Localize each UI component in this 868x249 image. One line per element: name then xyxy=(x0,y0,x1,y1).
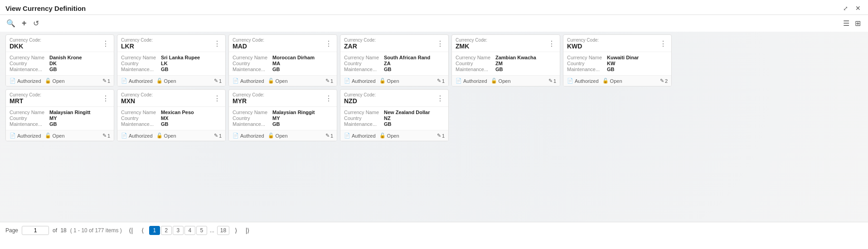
lock-open-icon: 🔓 xyxy=(379,133,386,139)
card-zmk-menu-button[interactable]: ⋮ xyxy=(547,40,556,48)
card-mxn: Currency Code: MXN ⋮ Currency Name Mexic… xyxy=(117,89,226,141)
cards-row-2: Currency Code: MRT ⋮ Currency Name Malay… xyxy=(5,89,863,141)
next-page-button[interactable]: ⟩ xyxy=(230,226,241,235)
document-icon: 📄 xyxy=(456,78,462,84)
card-nzd: Currency Code: NZD ⋮ Currency Name New Z… xyxy=(340,89,449,141)
card-lkr: Currency Code: LKR ⋮ Currency Name Sri L… xyxy=(117,34,226,86)
edit-icon: ✎ xyxy=(214,78,218,84)
page-of-label: of 18 xyxy=(53,227,67,234)
card-mxn-menu-button[interactable]: ⋮ xyxy=(213,95,222,102)
prev-page-button[interactable]: ⟨ xyxy=(137,226,148,235)
toolbar: 🔍 + ↺ ☰ ⊞ xyxy=(0,15,868,32)
last-page-button[interactable]: |⟩ xyxy=(242,226,253,235)
document-icon: 📄 xyxy=(10,78,16,84)
card-zmk: Currency Code: ZMK ⋮ Currency Name Zambi… xyxy=(451,34,560,86)
cards-area: Currency Code: DKK ⋮ Currency Name Danis… xyxy=(0,32,868,222)
edit-icon: ✎ xyxy=(437,78,441,84)
card-dkk-name-label: Currency Name xyxy=(10,55,49,60)
card-dkk-country-value: DK xyxy=(49,61,57,66)
edit-icon: ✎ xyxy=(102,78,107,84)
page-3-button[interactable]: 3 xyxy=(173,226,184,235)
card-lkr-menu-button[interactable]: ⋮ xyxy=(213,40,222,48)
card-mad-menu-button[interactable]: ⋮ xyxy=(324,40,333,48)
card-dkk-code-value: DKK xyxy=(10,43,23,50)
card-dkk-country-label: Country xyxy=(10,61,49,66)
card-lkr-code-block: Currency Code: LKR xyxy=(121,38,153,50)
document-icon: 📄 xyxy=(10,133,16,139)
page-input[interactable] xyxy=(22,226,49,235)
card-lkr-code-value: LKR xyxy=(121,43,134,50)
card-dkk: Currency Code: DKK ⋮ Currency Name Danis… xyxy=(5,34,114,86)
card-myr-menu-button[interactable]: ⋮ xyxy=(324,95,333,102)
edit-icon: ✎ xyxy=(325,133,330,139)
edit-icon: ✎ xyxy=(102,133,107,139)
page-2-button[interactable]: 2 xyxy=(161,226,172,235)
page-title: View Currency Definition xyxy=(5,5,86,12)
page-18-button[interactable]: 18 xyxy=(217,226,229,235)
page-4-button[interactable]: 4 xyxy=(184,226,195,235)
card-dkk-maint-label: Maintenance... xyxy=(10,67,49,72)
edit-icon: ✎ xyxy=(548,78,553,84)
document-icon: 📄 xyxy=(121,78,127,84)
lock-open-icon: 🔓 xyxy=(491,78,497,84)
page-label: Page xyxy=(5,227,18,234)
page-1-button[interactable]: 1 xyxy=(149,226,160,235)
card-dkk-code-label: Currency Code: xyxy=(10,38,41,43)
card-mrt-menu-button[interactable]: ⋮ xyxy=(101,95,110,102)
close-window-button[interactable]: ✕ xyxy=(853,4,863,13)
list-view-button[interactable]: ☰ xyxy=(841,18,851,29)
lock-open-icon: 🔓 xyxy=(602,78,609,84)
card-mad-header: Currency Code: MAD ⋮ xyxy=(229,35,337,52)
refresh-icon: ↺ xyxy=(33,19,39,27)
lock-open-icon: 🔓 xyxy=(379,78,386,84)
refresh-button[interactable]: ↺ xyxy=(32,18,40,29)
page-ellipsis: ... xyxy=(208,226,216,235)
card-dkk-menu-button[interactable]: ⋮ xyxy=(101,40,110,48)
header: View Currency Definition ⤢ ✕ xyxy=(0,0,868,15)
card-lkr-footer: 📄Authorized 🔓Open ✎1 xyxy=(117,75,225,86)
close-icon: ✕ xyxy=(855,5,861,12)
lock-open-icon: 🔓 xyxy=(156,133,163,139)
expand-icon: ⤢ xyxy=(843,5,848,12)
header-icons: ⤢ ✕ xyxy=(841,4,863,13)
edit-icon: ✎ xyxy=(214,133,218,139)
add-button[interactable]: + xyxy=(21,18,28,29)
card-mrt: Currency Code: MRT ⋮ Currency Name Malay… xyxy=(5,89,114,141)
search-button[interactable]: 🔍 xyxy=(5,18,16,29)
search-icon: 🔍 xyxy=(6,19,15,27)
pagination: Page of 18 ( 1 - 10 of 177 items ) ⟨| ⟨ … xyxy=(0,222,868,239)
card-lkr-header: Currency Code: LKR ⋮ xyxy=(117,35,225,52)
edit-icon: ✎ xyxy=(437,133,441,139)
first-page-button[interactable]: ⟨| xyxy=(126,226,136,235)
card-dkk-body: Currency Name Danish Krone Country DK Ma… xyxy=(6,52,114,75)
card-dkk-footer: 📄 Authorized 🔓 Open ✎ 1 xyxy=(6,75,114,86)
lock-open-icon: 🔓 xyxy=(156,78,163,84)
expand-window-button[interactable]: ⤢ xyxy=(841,4,850,13)
card-dkk-authorized-badge: 📄 Authorized xyxy=(10,78,41,84)
lock-open-icon: 🔓 xyxy=(45,78,51,84)
document-icon: 📄 xyxy=(344,133,350,139)
card-mad: Currency Code: MAD ⋮ Currency Name Moroc… xyxy=(228,34,337,86)
card-zar: Currency Code: ZAR ⋮ Currency Name South… xyxy=(340,34,449,86)
card-dkk-code-block: Currency Code: DKK xyxy=(10,38,41,50)
card-dkk-country-field: Country DK xyxy=(10,61,110,66)
cards-row-1: Currency Code: DKK ⋮ Currency Name Danis… xyxy=(5,34,863,86)
document-icon: 📄 xyxy=(233,78,239,84)
card-dkk-name-value: Danish Krone xyxy=(49,55,82,60)
card-lkr-body: Currency Name Sri Lanka Rupee Country LK… xyxy=(117,52,225,75)
grid-view-icon: ⊞ xyxy=(855,19,861,27)
card-kwd-menu-button[interactable]: ⋮ xyxy=(659,40,668,48)
document-icon: 📄 xyxy=(567,78,573,84)
card-dkk-name-field: Currency Name Danish Krone xyxy=(10,55,110,60)
card-lkr-code-label: Currency Code: xyxy=(121,38,153,43)
card-zar-menu-button[interactable]: ⋮ xyxy=(436,40,445,48)
card-myr: Currency Code: MYR ⋮ Currency Name Malay… xyxy=(228,89,337,141)
document-icon: 📄 xyxy=(121,133,127,139)
card-dkk-header: Currency Code: DKK ⋮ xyxy=(6,35,114,52)
page-5-button[interactable]: 5 xyxy=(196,226,207,235)
grid-view-button[interactable]: ⊞ xyxy=(853,18,863,29)
card-nzd-menu-button[interactable]: ⋮ xyxy=(436,95,445,102)
edit-icon: ✎ xyxy=(660,78,664,84)
document-icon: 📄 xyxy=(344,78,350,84)
app-container: View Currency Definition ⤢ ✕ 🔍 + ↺ ☰ ⊞ xyxy=(0,0,868,249)
